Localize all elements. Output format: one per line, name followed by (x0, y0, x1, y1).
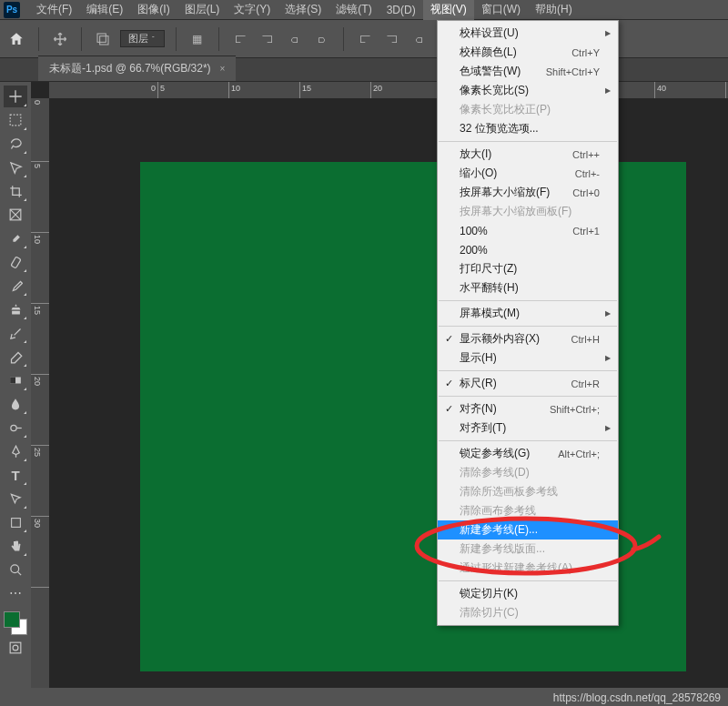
frame-tool[interactable] (4, 204, 27, 226)
menu-snap-to[interactable]: 对齐到(T) (438, 419, 618, 438)
canvas-area: 0 5 10 15 20 25 30 35 40 0 5 10 15 20 25… (31, 82, 728, 688)
svg-rect-10 (10, 642, 21, 653)
app-logo: Ps (4, 2, 20, 18)
align-right-icon[interactable]: ⫏ (285, 29, 305, 49)
pen-tool[interactable] (4, 440, 27, 462)
menu-snap[interactable]: ✓对齐(N)Shift+Ctrl+; (438, 399, 618, 419)
svg-point-9 (10, 564, 18, 572)
quick-select-tool[interactable] (4, 156, 27, 178)
menu-filter[interactable]: 滤镜(T) (329, 0, 379, 20)
menu-3d[interactable]: 3D(D) (379, 1, 423, 19)
menu-clear-slices: 清除切片(C) (438, 603, 618, 622)
menu-type[interactable]: 文字(Y) (227, 0, 278, 20)
foreground-swatch[interactable] (4, 611, 20, 628)
layer-dropdown-label: 图层 (128, 32, 148, 45)
view-menu: 校样设置(U) 校样颜色(L)Ctrl+Y 色域警告(W)Shift+Ctrl+… (437, 20, 619, 626)
move-tool[interactable] (4, 86, 27, 107)
menu-show[interactable]: 显示(H) (438, 348, 618, 368)
menu-proof-colors[interactable]: 校样颜色(L)Ctrl+Y (438, 43, 618, 62)
svg-rect-1 (100, 35, 108, 44)
menu-image[interactable]: 图像(I) (130, 0, 177, 20)
color-swatches[interactable] (4, 611, 27, 635)
menu-edit[interactable]: 编辑(E) (79, 0, 130, 20)
menu-bar: Ps 文件(F) 编辑(E) 图像(I) 图层(L) 文字(Y) 选择(S) 滤… (0, 0, 728, 20)
menu-32bit-preview[interactable]: 32 位预览选项... (438, 119, 618, 138)
check-icon: ✓ (445, 403, 453, 415)
align-bottom-icon[interactable]: ⫏ (410, 29, 430, 49)
align-center-v-icon[interactable]: ⫎ (382, 29, 402, 49)
layer-dropdown[interactable]: 图层 ˇ (120, 30, 165, 47)
menu-view[interactable]: 视图(V) (423, 0, 474, 20)
menu-zoom-200[interactable]: 200% (438, 240, 618, 259)
eraser-tool[interactable] (4, 346, 27, 368)
history-brush-tool[interactable] (4, 322, 27, 344)
menu-print-size[interactable]: 打印尺寸(Z) (438, 259, 618, 278)
svg-rect-4 (10, 257, 20, 268)
align-center-h-icon[interactable]: ⫎ (258, 29, 278, 49)
dodge-tool[interactable] (4, 417, 27, 439)
type-tool[interactable]: T (4, 464, 27, 486)
tab-bar: 未标题-1.psd @ 66.7%(RGB/32*) × (0, 58, 728, 82)
lasso-tool[interactable] (4, 133, 27, 155)
zoom-tool[interactable] (4, 559, 27, 580)
menu-lock-guides[interactable]: 锁定参考线(G)Alt+Ctrl+; (438, 444, 618, 463)
menu-new-guide-layout: 新建参考线版面... (438, 540, 618, 559)
gradient-tool[interactable] (4, 369, 27, 391)
clone-stamp-tool[interactable] (4, 298, 27, 320)
path-select-tool[interactable] (4, 488, 27, 509)
home-icon[interactable] (5, 28, 27, 50)
hand-tool[interactable] (4, 535, 27, 557)
chevron-down-icon: ˇ (152, 35, 155, 43)
menu-fit-artboard: 按屏幕大小缩放画板(F) (438, 202, 618, 221)
blur-tool[interactable] (4, 393, 27, 415)
eyedropper-tool[interactable] (4, 227, 27, 249)
ruler-horizontal[interactable]: 0 5 10 15 20 25 30 35 40 (49, 82, 728, 98)
menu-pixel-aspect[interactable]: 像素长宽比(S) (438, 81, 618, 100)
menu-new-guide-shape: 通过形状新建参考线(A) (438, 559, 618, 578)
menu-new-guide[interactable]: 新建参考线(E)... (438, 520, 618, 540)
menu-layer[interactable]: 图层(L) (177, 0, 228, 20)
quick-mask-icon[interactable] (4, 637, 27, 659)
menu-select[interactable]: 选择(S) (278, 0, 329, 20)
svg-rect-6 (10, 378, 15, 384)
document-tab[interactable]: 未标题-1.psd @ 66.7%(RGB/32*) × (38, 55, 236, 81)
svg-rect-8 (11, 518, 20, 527)
menu-pixel-aspect-corr: 像素长宽比校正(P) (438, 100, 618, 119)
distribute-h-icon[interactable]: ⫐ (312, 29, 332, 49)
menu-zoom-in[interactable]: 放大(I)Ctrl++ (438, 145, 618, 164)
close-tab-icon[interactable]: × (220, 64, 226, 74)
shape-tool[interactable] (4, 511, 27, 533)
menu-clear-canvas-guides: 清除画布参考线 (438, 501, 618, 520)
healing-tool[interactable] (4, 251, 27, 273)
ruler-vertical[interactable]: 0 5 10 15 20 25 30 (31, 98, 49, 688)
brush-tool[interactable] (4, 275, 27, 297)
menu-zoom-out[interactable]: 缩小(O)Ctrl+- (438, 164, 618, 183)
menu-help[interactable]: 帮助(H) (528, 0, 580, 20)
marquee-tool[interactable] (4, 109, 27, 131)
document-tab-title: 未标题-1.psd @ 66.7%(RGB/32*) (49, 61, 211, 76)
crop-tool[interactable] (4, 180, 27, 202)
align-left-icon[interactable]: ⫍ (230, 29, 250, 49)
auto-select-icon[interactable] (93, 29, 113, 49)
tool-panel: T ⋯ (0, 82, 31, 688)
menu-zoom-100[interactable]: 100%Ctrl+1 (438, 221, 618, 240)
workspace: T ⋯ 0 5 10 15 20 25 30 35 40 0 5 10 15 (0, 82, 728, 688)
svg-point-7 (10, 425, 15, 430)
edit-toolbar-icon[interactable]: ⋯ (4, 582, 27, 604)
svg-rect-2 (10, 115, 21, 126)
transform-controls-icon[interactable]: ▦ (187, 29, 207, 49)
menu-clear-artboard-guides: 清除所选画板参考线 (438, 482, 618, 501)
move-icon[interactable] (50, 29, 70, 49)
menu-fit-screen[interactable]: 按屏幕大小缩放(F)Ctrl+0 (438, 183, 618, 202)
align-top-icon[interactable]: ⫍ (355, 29, 375, 49)
check-icon: ✓ (445, 378, 453, 389)
menu-lock-slices[interactable]: 锁定切片(K) (438, 584, 618, 603)
menu-proof-setup[interactable]: 校样设置(U) (438, 24, 618, 43)
menu-flip-h[interactable]: 水平翻转(H) (438, 278, 618, 298)
menu-screen-mode[interactable]: 屏幕模式(M) (438, 304, 618, 323)
menu-gamut-warning[interactable]: 色域警告(W)Shift+Ctrl+Y (438, 62, 618, 81)
menu-window[interactable]: 窗口(W) (474, 0, 528, 20)
menu-rulers[interactable]: ✓标尺(R)Ctrl+R (438, 374, 618, 393)
menu-file[interactable]: 文件(F) (29, 0, 79, 20)
menu-extras[interactable]: ✓显示额外内容(X)Ctrl+H (438, 329, 618, 348)
